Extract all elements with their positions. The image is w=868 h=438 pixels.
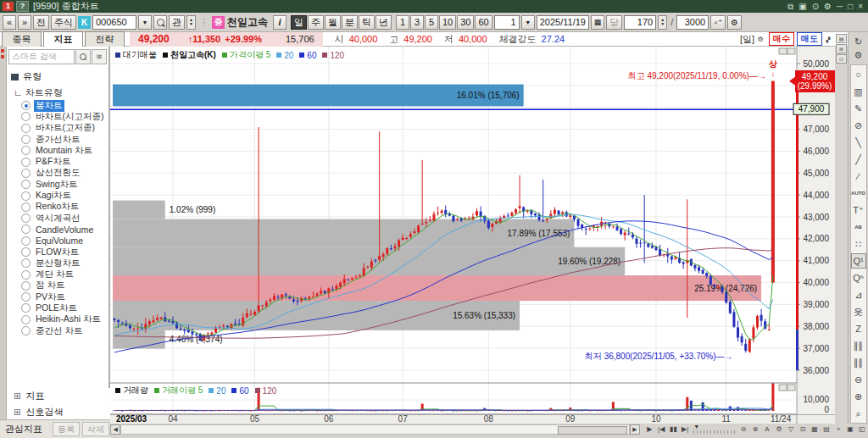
magnify-tool-icon[interactable]: ⌕	[851, 406, 866, 421]
stock-spinner[interactable]: ▲▼	[186, 15, 196, 30]
chart-type-item[interactable]: POLE차트	[7, 302, 108, 313]
indicator-chart-icon[interactable]: ▥	[851, 84, 866, 99]
dock-icon[interactable]: ▣	[798, 2, 806, 12]
scroll-left-button[interactable]: ◀	[110, 424, 120, 435]
chart-type-item[interactable]: 바차트(시고저종)	[7, 111, 108, 122]
nav-back-button[interactable]: «	[3, 15, 16, 30]
date-input[interactable]: 2025/11/19	[537, 15, 589, 30]
chart-type-item[interactable]: EquiVolume	[7, 236, 108, 247]
chart-type-item[interactable]: Kagi차트	[7, 190, 108, 201]
chart-type-item[interactable]: CandleVolume	[7, 224, 108, 235]
auto-tool-icon[interactable]: AUTO	[851, 186, 866, 201]
auto-scale-icon[interactable]: A	[761, 424, 773, 435]
calendar-icon[interactable]: ▦	[591, 15, 605, 30]
panel-layout-icon[interactable]: ▤	[821, 424, 832, 435]
zoom-out-icon[interactable]: ⊖	[737, 424, 749, 435]
add-panel-icon[interactable]: +	[832, 424, 844, 435]
sidebar-edge-strip[interactable]	[0, 47, 7, 424]
chart-settings-icon[interactable]: ⚙	[773, 424, 785, 435]
text-tool-icon[interactable]: T⁺	[851, 202, 866, 218]
type-group-header[interactable]: 유형	[7, 67, 108, 85]
panel-corner-button[interactable]	[787, 48, 795, 54]
period-button-분[interactable]: 분	[342, 15, 358, 30]
code-search-button[interactable]	[153, 15, 167, 30]
memo-tool-icon[interactable]: AB	[851, 219, 866, 235]
zoom-preset-icon[interactable]: ⌕⁺	[710, 15, 726, 30]
chart-type-item[interactable]: Mountain 차트	[7, 145, 108, 156]
panel-close-icon[interactable]: ⊠	[836, 44, 847, 53]
chart-type-item[interactable]: FLOW차트	[7, 247, 108, 258]
popup-icon[interactable]: ⧉	[787, 2, 793, 12]
chart-type-item[interactable]: P&F차트	[7, 156, 108, 167]
close-button[interactable]: ×	[858, 2, 863, 12]
chart-type-item[interactable]: 종가선차트	[7, 134, 108, 145]
pause-button[interactable]: ▮▮	[667, 424, 679, 435]
pen-tool-icon[interactable]: ✎	[851, 101, 866, 116]
nav-forward-button[interactable]: »	[18, 15, 31, 30]
count-button-10[interactable]: 10	[439, 15, 456, 30]
line-tool-icon[interactable]: ∕	[851, 169, 866, 184]
bars-spinner[interactable]: ▲▼	[658, 15, 667, 30]
scroll-right-button[interactable]: ▶	[630, 424, 640, 435]
quote-settings-icon[interactable]: ⚙	[754, 34, 766, 44]
grid-icon[interactable]: ▦	[809, 424, 821, 435]
trendline-tool-icon[interactable]: ╲	[851, 135, 866, 150]
chart-edit-icon[interactable]: ⊿	[851, 287, 866, 302]
chart-type-item[interactable]: PV차트	[7, 291, 108, 302]
chart-type-item[interactable]: 역시계곡선	[7, 213, 108, 224]
chart-type-item[interactable]: Heikin-Ashi 차트	[7, 314, 108, 325]
export-icon[interactable]: ⊡	[797, 424, 809, 435]
footer-button-삭제[interactable]: 삭제	[82, 422, 109, 436]
count-button-1[interactable]: 1	[396, 15, 409, 30]
search-icon[interactable]	[75, 49, 91, 64]
refresh-icon[interactable]: ↻	[851, 36, 866, 48]
go-last-button[interactable]: ▶|	[679, 424, 691, 435]
period-button-년[interactable]: 년	[376, 15, 392, 30]
period-button-월[interactable]: 월	[325, 15, 341, 30]
stock-code-input[interactable]: 000650	[92, 15, 136, 30]
code-dropdown-button[interactable]: ▼	[138, 15, 152, 30]
sidebar-section-신호검색[interactable]: ⊞신호검색	[7, 404, 110, 420]
zoom-out-tool-icon[interactable]: ⊖	[851, 372, 866, 387]
help-icon[interactable]: ?	[16, 1, 29, 12]
compare-bars-icon[interactable]: ∥∥	[851, 338, 866, 353]
chart-scrollbar[interactable]	[120, 424, 630, 435]
chart-type-item[interactable]: 중간선 차트	[7, 325, 108, 336]
window-settings-icon[interactable]: ⚙	[824, 2, 832, 12]
go-first-button[interactable]: |◀	[655, 424, 667, 435]
tab-전략[interactable]: 전략	[85, 31, 125, 47]
tree-root[interactable]: ∟ 차트유형	[7, 85, 108, 100]
expand-icon[interactable]: ⊞	[14, 391, 20, 401]
bars-shown-input[interactable]: 170	[624, 15, 656, 30]
footer-button-등록[interactable]: 등록	[53, 422, 80, 436]
panel-corner-button[interactable]	[779, 385, 787, 391]
sell-button[interactable]: 매도	[797, 32, 822, 46]
bars-total-input[interactable]: 3000	[676, 15, 709, 30]
zoom-multi-icon[interactable]: Qⁿ	[851, 270, 866, 286]
order-grid-icon[interactable]: ▞	[822, 34, 834, 44]
capture-icon[interactable]: ⊙	[812, 2, 819, 12]
custom-period-input[interactable]: 1	[494, 15, 520, 30]
period-button-틱[interactable]: 틱	[359, 15, 375, 30]
sidebar-section-지표[interactable]: ⊞지표	[7, 388, 110, 404]
ellipse-tool-icon[interactable]: ○	[851, 67, 866, 82]
chart-type-item[interactable]: 분산형차트	[7, 258, 108, 269]
compare-bars2-icon[interactable]: ∥∥	[851, 355, 866, 370]
eraser-tool-icon[interactable]: ⊘	[851, 118, 866, 133]
count-button-60[interactable]: 60	[475, 15, 492, 30]
today-button[interactable]: 당	[606, 15, 622, 30]
count-button-5[interactable]: 5	[425, 15, 438, 30]
stock-info-button[interactable]: i	[273, 15, 287, 30]
maximize-button[interactable]: □	[848, 2, 853, 12]
zigzag-tool-icon[interactable]: Z	[851, 321, 866, 336]
chart-type-item[interactable]: 삼선전환도	[7, 168, 108, 179]
period-dropdown-button[interactable]: ▼	[521, 15, 535, 30]
ray-tool-icon[interactable]: ╱	[851, 152, 866, 167]
panel-corner-button[interactable]	[779, 48, 787, 54]
expand-icon[interactable]: ⊞	[14, 408, 20, 417]
chart-pane[interactable]: 16.01% (15,706)1.02% (999)17.89% (17,553…	[110, 47, 835, 424]
tab-종목[interactable]: 종목	[2, 31, 42, 47]
minimize-button[interactable]: ─	[837, 2, 843, 12]
pattern-tool-icon[interactable]: ∷	[851, 236, 866, 252]
period-button-일[interactable]: 일	[291, 15, 307, 30]
